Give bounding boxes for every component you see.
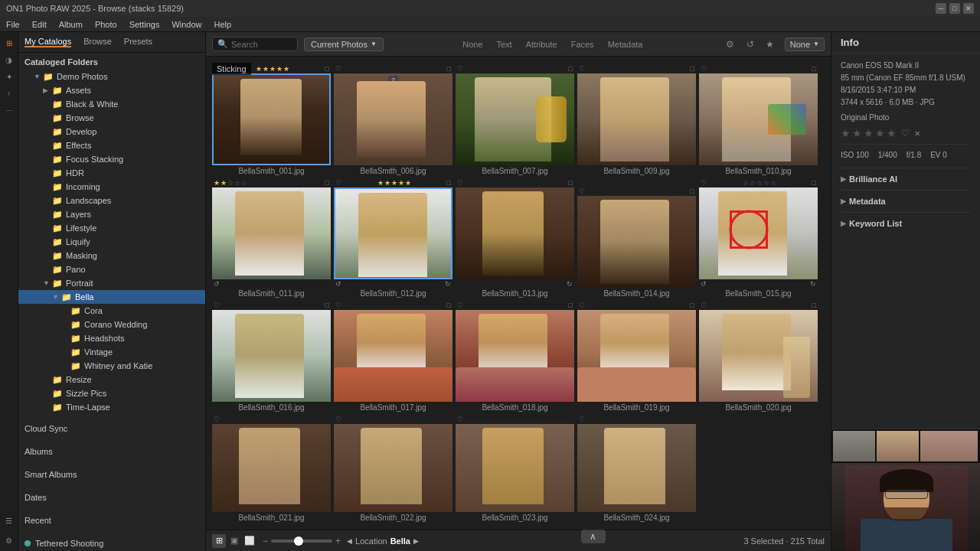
menu-window[interactable]: Window [172, 20, 201, 29]
zoom-track[interactable] [271, 540, 332, 543]
sidebar-item-portrait[interactable]: ▼ 📁 Portrait [18, 276, 205, 290]
photo-image-015[interactable] [699, 187, 818, 279]
photo-cell-022[interactable]: ♡ BellaSmith_022.jpg [334, 415, 452, 522]
sidebar-item-effects[interactable]: 📁 Effects [18, 139, 205, 152]
star-1[interactable]: ★ [841, 127, 851, 139]
star-3[interactable]: ★ [864, 127, 874, 139]
menu-album[interactable]: Album [59, 20, 83, 29]
photo-cell-016[interactable]: ♡ □ BellaSmith_016.jpg [212, 301, 331, 412]
photo-image-011[interactable] [212, 187, 331, 279]
minimize-button[interactable]: ─ [936, 3, 946, 14]
photo-cell-009[interactable]: ♡ □ BellaSmith_009.jpg [577, 64, 696, 175]
sidebar-item-bella[interactable]: ▼ 📁 Bella [18, 290, 205, 304]
sidebar-item-sizzle[interactable]: 📁 Sizzle Pics [18, 386, 205, 400]
refresh-icon[interactable]: ↺ [742, 36, 759, 53]
sidebar-item-cora[interactable]: 📁 Cora [18, 304, 205, 318]
photo-image-023[interactable] [456, 424, 574, 512]
star-4[interactable]: ★ [875, 127, 885, 139]
browse-icon[interactable]: ⊞ [2, 35, 17, 51]
photo-cell-013[interactable]: ♡ □ ↻ BellaSmith_013.jpg [456, 178, 574, 298]
photo-cell-018[interactable]: ♡ □ BellaSmith_018.jpg [456, 301, 574, 412]
photo-cell-024[interactable]: ♡ BellaSmith_024.jpg [577, 415, 696, 522]
photo-cell-019[interactable]: ♡ □ BellaSmith_019.jpg [577, 301, 696, 412]
photo-cell-011[interactable]: ★★☆☆☆ □ ↺ BellaSmith_011.jpg [212, 178, 331, 298]
photo-cell-017[interactable]: ♡ □ BellaSmith_017.jpg [334, 301, 452, 412]
photo-image-006[interactable]: 2 [334, 73, 452, 165]
menu-photo[interactable]: Photo [95, 20, 117, 29]
sidebar-item-resize[interactable]: 📁 Resize [18, 373, 205, 386]
brilliance-title[interactable]: ▶ Brilliance AI [841, 171, 971, 187]
photo-image-013[interactable] [456, 187, 574, 279]
info-heart-button[interactable]: ♡ [901, 128, 910, 139]
sidebar-cloud-sync[interactable]: Cloud Sync [18, 420, 205, 437]
bottom-icon-1[interactable]: ☰ [2, 513, 17, 528]
develop-icon[interactable]: ◑ [2, 52, 17, 67]
sidebar-item-develop[interactable]: 📁 Develop [18, 125, 205, 139]
photo-image-012[interactable] [334, 187, 452, 279]
sidebar-item-headshots[interactable]: 📁 Headshots [18, 331, 205, 345]
photo-cell-007[interactable]: ♡ □ BellaSmith_007.jpg [456, 64, 574, 175]
photo-image-001[interactable] [212, 73, 331, 165]
zoom-minus-button[interactable]: − [263, 536, 268, 546]
menu-help[interactable]: Help [214, 20, 232, 29]
current-photos-button[interactable]: Current Photos ▼ [304, 37, 384, 51]
photo-cell-023[interactable]: ♡ BellaSmith_023.jpg [456, 415, 574, 522]
close-button[interactable]: ✕ [963, 3, 974, 14]
photo-cell-010[interactable]: ♡ □ BellaSmith_010.jpg [699, 64, 818, 175]
zoom-plus-button[interactable]: + [335, 536, 341, 546]
star-5[interactable]: ★ [887, 127, 897, 139]
photo-cell-021[interactable]: ♡ BellaSmith_021.jpg [212, 415, 331, 522]
photo-cell-012[interactable]: ♡ ★★★★★ □ ↺ ↻ BellaS [334, 178, 452, 298]
photo-cell-006[interactable]: ♡ □ 2 BellaSmith_006.jpg [334, 64, 452, 175]
menu-settings[interactable]: Settings [129, 20, 160, 29]
menu-file[interactable]: File [6, 20, 20, 29]
sidebar-item-whitney[interactable]: 📁 Whitney and Katie [18, 359, 205, 373]
rotate-right-012[interactable]: ↻ [445, 280, 451, 288]
sidebar-item-corano-wedding[interactable]: 📁 Corano Wedding [18, 318, 205, 331]
sidebar-item-liquify[interactable]: 📁 Liquify [18, 235, 205, 249]
sidebar-presets[interactable]: Presets [124, 37, 152, 47]
rotate-013[interactable]: ↻ [567, 280, 573, 288]
sidebar-tethered-shooting[interactable]: Tethered Shooting [18, 535, 205, 551]
rotate-left-012[interactable]: ↺ [335, 280, 341, 288]
star-2[interactable]: ★ [852, 127, 862, 139]
filter-tab-none[interactable]: None [456, 38, 488, 51]
photo-cell-020[interactable]: ♡ □ BellaSmith_020.jpg [699, 301, 818, 412]
photo-image-024[interactable] [577, 424, 696, 512]
maximize-button[interactable]: □ [949, 3, 960, 14]
rotate-left-011[interactable]: ↺ [214, 280, 220, 288]
location-arrow-left[interactable]: ◀ [347, 537, 352, 545]
filter-tab-faces[interactable]: Faces [565, 38, 600, 51]
info-close-button[interactable]: ✕ [914, 129, 920, 138]
photo-cell-001[interactable]: ♡ ★★★★★ □ BellaSmith_001.jpg [212, 64, 331, 175]
sidebar-item-incoming[interactable]: 📁 Incoming [18, 180, 205, 194]
photo-image-014[interactable] [577, 196, 696, 288]
sidebar-item-landscapes[interactable]: 📁 Landscapes [18, 194, 205, 207]
filter-tab-metadata[interactable]: Metadata [602, 38, 649, 51]
sidebar-recent[interactable]: Recent [18, 512, 205, 529]
photo-cell-014[interactable]: ♡ □ BellaSmith_014.jpg [577, 187, 696, 298]
rotate-right-015[interactable]: ↻ [810, 280, 816, 288]
single-view-icon[interactable]: ▣ [227, 534, 241, 548]
filter-tab-attribute[interactable]: Attribute [520, 38, 564, 51]
sidebar-smart-albums[interactable]: Smart Albums [18, 466, 205, 483]
zoom-thumb[interactable] [294, 536, 303, 546]
extra-icon[interactable]: ⋯ [2, 103, 17, 118]
sidebar-item-vintage[interactable]: 📁 Vintage [18, 345, 205, 359]
sidebar-albums[interactable]: Albums [18, 443, 205, 460]
filter-tab-text[interactable]: Text [491, 38, 518, 51]
photo-image-018[interactable] [456, 310, 574, 402]
sidebar-item-layers[interactable]: 📁 Layers [18, 207, 205, 221]
sidebar-item-black-white[interactable]: 📁 Black & White [18, 97, 205, 111]
photo-image-009[interactable] [577, 73, 696, 165]
metadata-title[interactable]: ▶ Metadata [841, 194, 971, 209]
search-input[interactable] [231, 40, 292, 49]
photo-image-010[interactable] [699, 73, 818, 165]
grid-view-icon[interactable]: ⊞ [212, 534, 226, 548]
sidebar-item-assets[interactable]: ▶ 📁 Assets [18, 83, 205, 97]
photo-image-017[interactable] [334, 310, 452, 402]
location-arrow-right[interactable]: ▶ [413, 537, 419, 545]
settings-icon[interactable]: ⚙ [722, 36, 739, 53]
search-box[interactable]: 🔍 [212, 37, 298, 51]
photo-cell-015[interactable]: ♡ ☆☆☆☆☆ □ [699, 178, 818, 298]
